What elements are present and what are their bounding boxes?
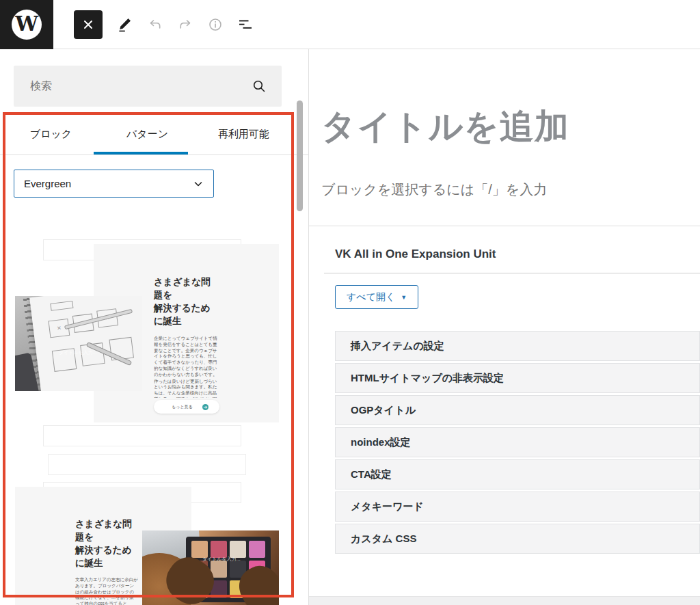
- canvas-bottom-edge: [309, 596, 700, 605]
- pattern1-paragraph: 企業にとってウェブサイトで情報を発信をすることはとても重要なことです。企業のウェ…: [154, 335, 221, 398]
- tab-blocks[interactable]: ブロック: [3, 113, 99, 155]
- pattern-category-value: Evergreen: [24, 178, 71, 189]
- editor-canvas: タイトルを追加 ブロックを選択するには「/」を入力 VK All in One …: [309, 49, 700, 605]
- accordion-item[interactable]: noindex設定: [335, 427, 700, 457]
- block-inserter-toggle-button[interactable]: [74, 10, 103, 39]
- accordion-item-label: メタキーワード: [351, 500, 424, 513]
- metabox-title-divider: [324, 273, 700, 273]
- accordion-item[interactable]: メタキーワード: [335, 492, 700, 522]
- search-input[interactable]: [30, 66, 249, 107]
- accordion-item-label: HTMLサイトマップの非表示設定: [351, 372, 504, 385]
- tabbar-divider: [0, 154, 308, 155]
- post-title-placeholder[interactable]: タイトルを追加: [321, 107, 569, 146]
- metabox-title: VK All in One Expansion Unit: [335, 247, 496, 261]
- close-icon: [81, 18, 95, 31]
- arrow-circle-icon: ➜: [202, 404, 208, 410]
- tab-reusable[interactable]: 再利用可能: [196, 113, 292, 155]
- pattern2-image-overlay-text: タイトルを入力...: [202, 556, 241, 563]
- accordion-item-label: 挿入アイテムの設定: [351, 340, 444, 353]
- accordion-item[interactable]: カスタム CSS: [335, 524, 700, 554]
- pattern1-heading: さまざまな問 題を 解決するため に誕生: [154, 275, 222, 327]
- redo-icon[interactable]: [177, 16, 193, 33]
- accordion-item[interactable]: HTMLサイトマップの非表示設定: [335, 363, 700, 393]
- accordion-item[interactable]: CTA設定: [335, 459, 700, 489]
- pattern-empty-block: [48, 454, 246, 475]
- metabox-accordion: 挿入アイテムの設定HTMLサイトマップの非表示設定OGPタイトルnoindex設…: [335, 331, 700, 556]
- expand-all-button[interactable]: すべて開く ▼: [335, 285, 418, 309]
- metabox-separator: [309, 226, 700, 226]
- accordion-item-label: カスタム CSS: [351, 533, 416, 546]
- list-view-icon[interactable]: [237, 16, 254, 33]
- pattern-empty-block: [43, 425, 241, 446]
- accordion-item-label: noindex設定: [351, 436, 411, 449]
- pattern2-paragraph: 文章入力エリアの左右に余白があります。ブロックパターンはの組み合わせはブロックの…: [75, 576, 138, 605]
- undo-icon[interactable]: [147, 16, 163, 33]
- editor-top-bar: W: [0, 0, 700, 49]
- wordpress-logo-letter: W: [15, 14, 38, 34]
- caret-down-icon: ▼: [401, 294, 407, 301]
- search-box: [14, 66, 282, 107]
- edit-pencil-icon[interactable]: [117, 16, 133, 33]
- more-button-label: もっと見る: [172, 404, 193, 409]
- active-tab-underline: [94, 152, 188, 154]
- pattern1-image-overlay-text: タイトルを入力...: [59, 350, 97, 357]
- accordion-item-label: OGPタイトル: [351, 404, 416, 417]
- sidebar-scrollbar-thumb[interactable]: [297, 100, 303, 211]
- pattern-category-select[interactable]: Evergreen: [14, 170, 214, 198]
- info-icon[interactable]: [207, 16, 224, 33]
- expand-all-label: すべて開く: [347, 291, 395, 304]
- inserter-tabbar: ブロック パターン 再利用可能: [3, 113, 292, 155]
- block-inserter-panel: ブロック パターン 再利用可能 Evergreen: [0, 49, 308, 605]
- search-icon: [252, 79, 267, 94]
- post-body-placeholder[interactable]: ブロックを選択するには「/」を入力: [321, 180, 547, 199]
- accordion-item[interactable]: OGPタイトル: [335, 395, 700, 425]
- chevron-down-icon: [191, 177, 205, 191]
- pattern2-heading: さまざまな問 題を 解決するため に誕生: [75, 517, 144, 569]
- pattern1-notebook-image[interactable]: タイトルを入力...: [15, 296, 142, 391]
- wordpress-block-editor: W: [0, 0, 700, 605]
- accordion-item[interactable]: 挿入アイテムの設定: [335, 331, 700, 361]
- sidebar-main-divider: [308, 49, 309, 605]
- pattern2-tablet-image[interactable]: タイトルを入力...: [142, 530, 279, 605]
- pattern1-more-button[interactable]: もっと見る ➜: [154, 400, 219, 414]
- accordion-item-label: CTA設定: [351, 468, 392, 481]
- wordpress-menu-button[interactable]: W: [0, 0, 53, 49]
- tab-patterns[interactable]: パターン: [99, 113, 196, 155]
- wordpress-logo-icon: W: [12, 10, 42, 40]
